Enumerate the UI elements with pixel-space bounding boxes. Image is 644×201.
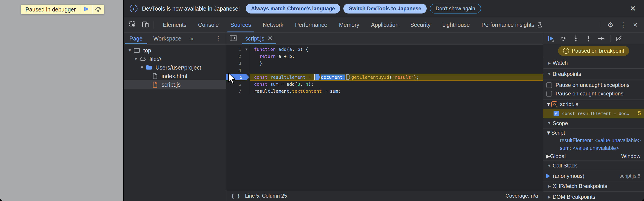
- text-cursor: [314, 74, 314, 80]
- coverage-status: Coverage: n/a: [506, 193, 538, 199]
- chevron-down-icon[interactable]: ▼: [133, 56, 139, 62]
- tab-memory[interactable]: Memory: [333, 17, 365, 32]
- section-call-stack[interactable]: ▼ Call Stack: [543, 160, 644, 171]
- tree-item-Users-user-project[interactable]: ▼Users/user/project: [124, 63, 226, 72]
- cloud-icon: [139, 56, 147, 62]
- settings-gear-icon[interactable]: ⚙: [605, 21, 616, 29]
- section-dom-breakpoints[interactable]: ▶ DOM Breakpoints: [543, 192, 644, 201]
- notification-close-icon[interactable]: ✕: [628, 4, 638, 13]
- deactivate-breakpoints-icon[interactable]: [615, 35, 622, 42]
- tab-application[interactable]: Application: [365, 17, 404, 32]
- tab-sources[interactable]: Sources: [224, 17, 257, 32]
- scope-variable-sum[interactable]: sum:<value unavailable>: [543, 144, 644, 152]
- line-number[interactable]: 7: [226, 88, 243, 94]
- code-editor[interactable]: 1▼function add(a, b) {2 return a + b;3 }…: [226, 44, 543, 191]
- fold-arrow-icon[interactable]: ▼: [243, 47, 250, 51]
- kebab-menu-icon[interactable]: ⋮: [618, 21, 629, 29]
- scope-script-group[interactable]: ▼ Script: [543, 129, 644, 137]
- resume-icon[interactable]: [547, 35, 554, 42]
- notification-button-0[interactable]: Always match Chrome's language: [246, 4, 340, 14]
- notification-button-2[interactable]: Don't show again: [430, 4, 481, 14]
- step-into-icon[interactable]: [572, 35, 580, 42]
- tab-performance-insights[interactable]: Performance insights: [476, 17, 548, 32]
- section-breakpoints[interactable]: ▼ Breakpoints: [543, 69, 644, 80]
- info-icon: i: [563, 48, 569, 54]
- more-tabs-chevron[interactable]: »: [187, 35, 197, 42]
- code-token: document.: [321, 74, 345, 80]
- line-number[interactable]: 1: [226, 46, 243, 52]
- tree-item-top[interactable]: ▼top: [124, 46, 226, 55]
- current-frame-arrow-icon: [546, 174, 550, 178]
- tree-item-file-[interactable]: ▼file://: [124, 55, 226, 63]
- flask-icon: [537, 22, 543, 28]
- variable-name: sum: [560, 145, 570, 151]
- tree-item-label: top: [143, 47, 151, 54]
- scope-script-label: Script: [551, 130, 565, 136]
- tab-workspace[interactable]: Workspace: [148, 33, 187, 44]
- tab-label: Console: [198, 22, 219, 28]
- devtools-panel: i DevTools is now available in Japanese!…: [123, 0, 644, 201]
- navigator-kebab-icon[interactable]: ⋮: [212, 35, 224, 42]
- tree-item-index-html[interactable]: index.html: [124, 72, 226, 80]
- inline-breakpoint-marker-active[interactable]: [316, 74, 320, 80]
- tab-page[interactable]: Page: [124, 33, 148, 44]
- code-token: a + b;: [276, 54, 294, 59]
- navigator-header: Page Workspace » ⋮: [124, 33, 226, 44]
- code-line-7: 7resultElement.textContent = sum;: [226, 88, 543, 94]
- chevron-down-icon[interactable]: ▼: [127, 48, 133, 53]
- xhr-breakpoints-label: XHR/fetch Breakpoints: [553, 183, 607, 189]
- pause-uncaught-checkbox[interactable]: [546, 82, 552, 88]
- pause-caught-row[interactable]: Pause on caught exceptions: [543, 89, 644, 98]
- gutter-line-7[interactable]: 7: [226, 88, 250, 94]
- resume-script-button[interactable]: [80, 5, 92, 14]
- tab-network[interactable]: Network: [257, 17, 289, 32]
- pause-uncaught-row[interactable]: Pause on uncaught exceptions: [543, 81, 644, 89]
- close-devtools-icon[interactable]: ✕: [630, 22, 640, 28]
- line-number[interactable]: 4: [226, 68, 243, 73]
- breakpoint-entry[interactable]: ✓ const resultElement = doc… 5: [543, 109, 644, 118]
- line-number[interactable]: 2: [226, 54, 243, 59]
- code-line-content: resultElement.textContent = sum;: [250, 88, 543, 94]
- breakpoint-checkbox[interactable]: ✓: [554, 111, 559, 116]
- scope-global-group[interactable]: ▶ Global Window: [543, 152, 644, 160]
- tab-lighthouse[interactable]: Lighthouse: [436, 17, 476, 32]
- code-line-3: 3 }: [226, 60, 543, 66]
- collapse-navigator-button[interactable]: [226, 33, 240, 44]
- section-watch[interactable]: ▶ Watch: [543, 58, 644, 69]
- close-tab-icon[interactable]: ✕: [268, 35, 273, 42]
- call-stack-frame[interactable]: (anonymous) script.js:5: [543, 171, 644, 181]
- step-over-button-banner[interactable]: [92, 5, 104, 14]
- code-line-content: [250, 66, 543, 74]
- step-over-icon[interactable]: [560, 35, 567, 42]
- section-xhr-breakpoints[interactable]: ▶ XHR/fetch Breakpoints: [543, 181, 644, 192]
- section-scope[interactable]: ▼ Scope: [543, 118, 644, 129]
- notification-bar: i DevTools is now available in Japanese!…: [124, 0, 644, 17]
- gutter-line-1[interactable]: 1▼: [226, 46, 250, 53]
- breakpoint-file-group[interactable]: ▼ <> script.js: [543, 100, 644, 109]
- chevron-down-icon[interactable]: ▼: [139, 65, 145, 70]
- scope-variable-resultElement[interactable]: resultElement:<value unavailable>: [543, 137, 644, 144]
- browser-window: Paused in debugger i DevTools is now ava…: [0, 0, 644, 201]
- inspect-element-icon[interactable]: [129, 21, 136, 29]
- tab-elements[interactable]: Elements: [157, 17, 192, 32]
- tab-console[interactable]: Console: [192, 17, 224, 32]
- line-number[interactable]: 3: [226, 60, 243, 66]
- tab-security[interactable]: Security: [404, 17, 436, 32]
- editor-header: script.js ✕: [226, 33, 543, 44]
- code-token: [268, 74, 270, 80]
- pretty-print-icon[interactable]: { }: [231, 193, 240, 199]
- pause-caught-checkbox[interactable]: [546, 91, 552, 96]
- step-out-icon[interactable]: [584, 35, 592, 42]
- tab-performance[interactable]: Performance: [289, 17, 333, 32]
- editor-tab-scriptjs[interactable]: script.js ✕: [240, 33, 278, 44]
- gutter-line-3[interactable]: 3: [226, 60, 250, 66]
- tree-item-script-js[interactable]: script.js: [124, 80, 226, 89]
- code-token: [268, 82, 270, 87]
- tab-label: Network: [263, 22, 284, 28]
- inline-breakpoint-marker[interactable]: [346, 74, 350, 80]
- notification-message: DevTools is now available in Japanese!: [142, 6, 240, 12]
- gutter-line-2[interactable]: 2: [226, 53, 250, 60]
- notification-button-1[interactable]: Switch DevTools to Japanese: [344, 4, 427, 14]
- step-icon[interactable]: [597, 35, 605, 42]
- device-toolbar-icon[interactable]: [142, 21, 149, 29]
